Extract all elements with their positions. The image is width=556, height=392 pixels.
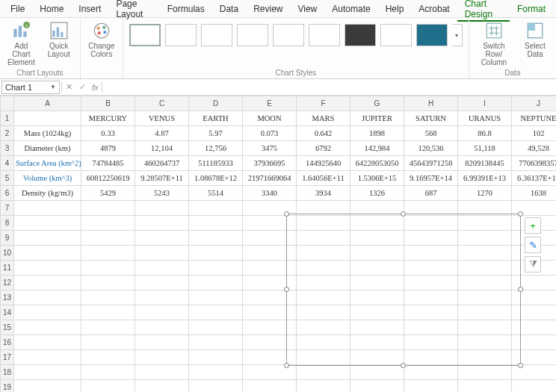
resize-handle[interactable]: [284, 211, 289, 217]
planet-header[interactable]: EARTH: [189, 111, 243, 126]
cell[interactable]: [189, 320, 243, 335]
row-header[interactable]: 2: [1, 126, 14, 141]
select-data-button[interactable]: Select Data: [520, 21, 550, 58]
chart-style-6[interactable]: [309, 24, 340, 46]
row-header[interactable]: 16: [1, 335, 14, 350]
cell[interactable]: [14, 261, 81, 276]
data-cell[interactable]: 1.08678E+12: [189, 171, 243, 186]
data-cell[interactable]: 64228053050: [350, 156, 404, 171]
cell[interactable]: [297, 365, 350, 380]
row-header[interactable]: 15: [1, 320, 14, 335]
cell[interactable]: [14, 380, 81, 393]
data-cell[interactable]: 511185933: [189, 156, 243, 171]
row[interactable]: 19: [1, 380, 557, 393]
cell[interactable]: [81, 201, 135, 216]
cell[interactable]: [81, 380, 135, 393]
data-cell[interactable]: 1638: [512, 186, 557, 201]
row[interactable]: 18: [1, 365, 557, 380]
row-header[interactable]: 3: [1, 141, 14, 156]
cell[interactable]: [14, 276, 81, 290]
planet-header[interactable]: MERCURY: [81, 111, 135, 126]
planet-header[interactable]: URANUS: [458, 111, 512, 126]
row-header[interactable]: 9: [1, 231, 14, 246]
menu-file[interactable]: File: [3, 1, 32, 16]
col-E[interactable]: E: [243, 96, 297, 111]
resize-handle[interactable]: [518, 211, 523, 217]
data-cell[interactable]: 1270: [458, 186, 512, 201]
data-cell[interactable]: 60812250619: [81, 171, 135, 186]
col-B[interactable]: B: [81, 96, 135, 111]
chart-style-9[interactable]: [416, 24, 448, 46]
cell[interactable]: [14, 290, 81, 305]
data-cell[interactable]: 5243: [135, 186, 189, 201]
data-cell[interactable]: 687: [404, 186, 458, 201]
menu-review[interactable]: Review: [246, 1, 290, 16]
cell[interactable]: [14, 365, 81, 380]
cell[interactable]: [14, 201, 81, 216]
menu-home[interactable]: Home: [32, 1, 71, 16]
cell[interactable]: [14, 335, 81, 350]
chart-styles-button[interactable]: ✎: [525, 237, 541, 253]
cell[interactable]: [14, 320, 81, 335]
cell[interactable]: [135, 335, 189, 350]
row-label[interactable]: Mass (1024kg): [14, 126, 81, 141]
cell[interactable]: [404, 380, 458, 393]
name-box[interactable]: Chart 1 ▼: [1, 81, 60, 94]
cell[interactable]: [243, 380, 297, 393]
row[interactable]: 3Diameter (km)487912,10412,7563475679214…: [1, 141, 557, 156]
data-cell[interactable]: 1.64056E+11: [297, 171, 350, 186]
fx-label[interactable]: fx: [89, 83, 102, 92]
col-J[interactable]: J: [512, 96, 557, 111]
cell[interactable]: [135, 231, 189, 246]
data-cell[interactable]: 1.5306E+15: [350, 171, 404, 186]
cell[interactable]: [189, 305, 243, 320]
cell[interactable]: [81, 350, 135, 365]
row-label[interactable]: Volume (km^3): [14, 171, 81, 186]
cell[interactable]: [135, 246, 189, 261]
row-header[interactable]: 6: [1, 186, 14, 201]
cell[interactable]: [135, 350, 189, 365]
chevron-down-icon[interactable]: ▼: [50, 84, 56, 90]
data-cell[interactable]: 1326: [350, 186, 404, 201]
cell[interactable]: [189, 231, 243, 246]
switch-row-column-button[interactable]: Switch Row/ Column: [475, 21, 513, 66]
chart-object[interactable]: + ✎ ⧩: [286, 214, 521, 366]
row-header[interactable]: 7: [1, 201, 14, 216]
chart-style-4[interactable]: [237, 24, 268, 46]
row[interactable]: 6Density (kg/m3)542952435514334039341326…: [1, 186, 557, 201]
data-cell[interactable]: 1898: [350, 126, 404, 141]
data-cell[interactable]: 6.36137E+13: [512, 171, 557, 186]
planet-header[interactable]: SATURN: [404, 111, 458, 126]
data-cell[interactable]: 3934: [297, 186, 350, 201]
data-cell[interactable]: 21971669064: [243, 171, 297, 186]
data-cell[interactable]: 568: [404, 126, 458, 141]
cell[interactable]: [81, 246, 135, 261]
menu-acrobat[interactable]: Acrobat: [411, 1, 457, 16]
cell[interactable]: [81, 216, 135, 231]
cell[interactable]: [81, 320, 135, 335]
cell[interactable]: [189, 261, 243, 276]
chart-style-2[interactable]: [165, 24, 197, 46]
data-cell[interactable]: 3340: [243, 186, 297, 201]
col-C[interactable]: C: [135, 96, 189, 111]
cell[interactable]: [189, 365, 243, 380]
col-I[interactable]: I: [458, 96, 512, 111]
data-cell[interactable]: 0.33: [81, 126, 135, 141]
col-H[interactable]: H: [404, 96, 458, 111]
row-header[interactable]: 11: [1, 261, 14, 276]
cancel-formula-icon[interactable]: ✕: [62, 82, 75, 92]
chart-style-3[interactable]: [201, 24, 232, 46]
cell[interactable]: [512, 380, 557, 393]
spreadsheet-grid[interactable]: A B C D E F G H I J 1MERCURYVENUSEARTHMO…: [0, 96, 556, 392]
data-cell[interactable]: 3475: [243, 141, 297, 156]
row-header[interactable]: 5: [1, 171, 14, 186]
select-all-corner[interactable]: [1, 96, 14, 111]
data-cell[interactable]: 9.28507E+11: [135, 171, 189, 186]
data-cell[interactable]: 4879: [81, 141, 135, 156]
row-header[interactable]: 1: [1, 111, 14, 126]
data-cell[interactable]: 5.97: [189, 126, 243, 141]
row-header[interactable]: 19: [1, 380, 14, 393]
change-colors-button[interactable]: Change Colors: [87, 21, 117, 58]
data-cell[interactable]: 4.87: [135, 126, 189, 141]
menu-insert[interactable]: Insert: [71, 1, 108, 16]
